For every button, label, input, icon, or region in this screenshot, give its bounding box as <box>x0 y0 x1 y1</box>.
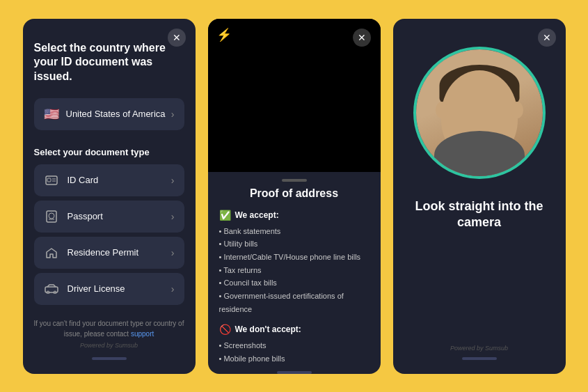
driver-icon <box>44 281 59 297</box>
svg-rect-1 <box>47 178 51 182</box>
powered-by-p3: Powered by Sumsub <box>450 345 508 352</box>
chevron-idcard-icon: › <box>171 175 175 186</box>
country-name: United States of America <box>66 109 171 119</box>
accept-icon: ✅ <box>219 210 231 221</box>
flash-icon[interactable]: ⚡ <box>216 27 232 42</box>
svg-point-5 <box>49 213 54 219</box>
list-item: • Tax returns <box>219 264 370 277</box>
camera-instruction: Look straight into the camera <box>407 198 552 231</box>
powered-by: Powered by Sumsub <box>34 342 184 349</box>
face-camera-panel: ✕ Look straight into the camera Powered … <box>393 19 566 374</box>
panel-footer: If you can't find your document type or … <box>34 318 184 360</box>
chevron-residence-icon: › <box>171 247 175 258</box>
list-item: • Mobile phone bills <box>219 352 370 366</box>
close-button-panel2[interactable]: ✕ <box>353 29 371 47</box>
face-left-ear <box>436 102 448 118</box>
accept-header: ✅ We accept: <box>219 210 370 221</box>
chevron-driver-icon: › <box>171 283 175 295</box>
doc-item-residence[interactable]: Residence Permit › <box>34 237 184 269</box>
document-list: ID Card › Passport › Residence Permi <box>34 164 184 305</box>
list-item: • Utility bills <box>219 237 370 251</box>
list-item: • Bank statements <box>219 225 370 238</box>
residence-icon <box>44 245 59 260</box>
document-section-label: Select your document type <box>34 147 184 157</box>
doc-label-driver: Driver License <box>67 283 171 294</box>
doc-item-idcard[interactable]: ID Card › <box>34 164 184 196</box>
decline-header: 🚫 We don't accept: <box>219 324 370 335</box>
country-selector[interactable]: 🇺🇸 United States of America › <box>34 98 184 130</box>
bottom-handle-p2 <box>277 371 312 374</box>
list-item: • Council tax bills <box>219 276 370 290</box>
accept-list: • Bank statements • Utility bills • Inte… <box>219 225 370 316</box>
footer-text: If you can't find your document type or … <box>34 318 184 339</box>
chevron-right-icon: › <box>171 109 175 120</box>
drag-handle <box>282 179 307 182</box>
proof-title: Proof of address <box>219 187 370 200</box>
close-icon: ✕ <box>173 32 181 43</box>
decline-label: We don't accept: <box>235 324 301 334</box>
list-item: • Internet/Cable TV/House phone line bil… <box>219 251 370 264</box>
doc-label-passport: Passport <box>67 211 171 221</box>
list-item: • Screenshots <box>219 339 370 352</box>
close-button-panel3[interactable]: ✕ <box>538 29 556 47</box>
accept-section: ✅ We accept: • Bank statements • Utility… <box>219 210 370 316</box>
doc-label-residence: Residence Permit <box>67 247 171 258</box>
face-background <box>416 49 543 176</box>
doc-item-passport[interactable]: Passport › <box>34 201 184 233</box>
bottom-handle <box>92 357 127 360</box>
proof-of-address-panel: ⚡ ✕ Proof of address ✅ We accept: • Bank… <box>208 19 381 374</box>
flag-icon: 🇺🇸 <box>44 107 59 122</box>
close-icon-panel2: ✕ <box>358 32 366 43</box>
accept-label: We accept: <box>235 210 279 220</box>
idcard-icon <box>44 173 59 188</box>
svg-rect-4 <box>47 211 56 222</box>
bottom-handle-p3 <box>462 357 497 360</box>
camera-view: ⚡ ✕ <box>208 19 381 172</box>
list-item: • Government-issued certifications of re… <box>219 290 370 315</box>
passport-icon <box>44 209 59 224</box>
face-preview <box>413 47 546 179</box>
doc-label-idcard: ID Card <box>67 175 171 185</box>
close-icon-panel3: ✕ <box>543 32 551 43</box>
chevron-passport-icon: › <box>171 211 175 222</box>
face-body <box>434 131 525 176</box>
support-link[interactable]: support <box>131 330 154 338</box>
face-right-ear <box>511 102 523 118</box>
decline-list: • Screenshots • Mobile phone bills • Med… <box>219 339 370 365</box>
decline-section: 🚫 We don't accept: • Screenshots • Mobil… <box>219 324 370 365</box>
country-document-panel: ✕ Select the country where your ID docum… <box>23 19 196 374</box>
close-button[interactable]: ✕ <box>168 29 186 47</box>
decline-icon: 🚫 <box>219 324 231 335</box>
doc-item-driver[interactable]: Driver License › <box>34 273 184 305</box>
panel-title: Select the country where your ID documen… <box>34 41 184 84</box>
proof-content: Proof of address ✅ We accept: • Bank sta… <box>208 187 381 366</box>
